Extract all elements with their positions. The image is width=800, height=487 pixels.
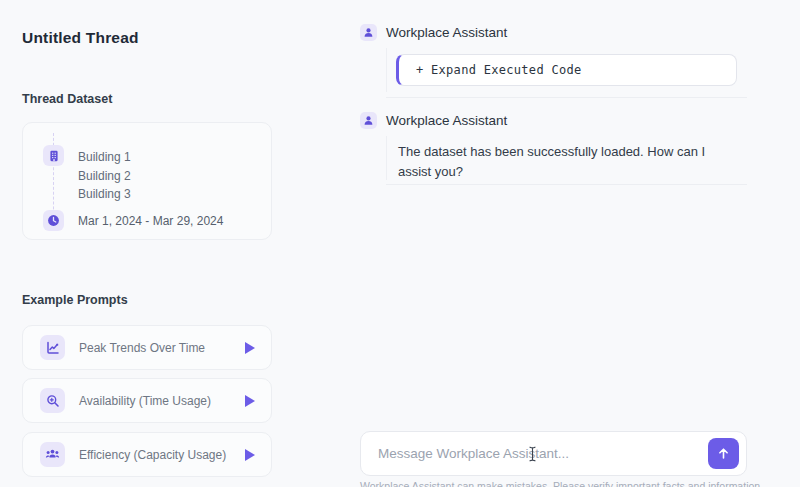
prompts-section-heading: Example Prompts bbox=[22, 293, 128, 307]
prompt-peak-trends[interactable]: Peak Trends Over Time bbox=[22, 325, 272, 370]
dataset-building-2: Building 2 bbox=[78, 169, 131, 183]
message-divider bbox=[386, 97, 747, 98]
dataset-building-3: Building 3 bbox=[78, 187, 131, 201]
message-divider bbox=[386, 184, 747, 185]
assistant-name: Workplace Assistant bbox=[386, 25, 507, 40]
play-icon[interactable] bbox=[245, 342, 255, 354]
prompt-availability[interactable]: Availability (Time Usage) bbox=[22, 378, 272, 423]
prompt-label: Efficiency (Capacity Usage) bbox=[79, 448, 245, 462]
people-icon bbox=[40, 442, 65, 467]
workplace-assistant-app: Untitled Thread Thread Dataset Building … bbox=[0, 0, 800, 487]
prompt-label: Peak Trends Over Time bbox=[79, 341, 245, 355]
disclaimer-text: Workplace Assistant can make mistakes. P… bbox=[360, 480, 747, 487]
dataset-date-range: Mar 1, 2024 - Mar 29, 2024 bbox=[78, 214, 223, 228]
play-icon[interactable] bbox=[245, 449, 255, 461]
person-icon bbox=[360, 112, 377, 129]
message-composer bbox=[360, 431, 747, 476]
send-button[interactable] bbox=[708, 438, 739, 469]
thread-dataset-card: Building 1 Building 2 Building 3 Mar 1, … bbox=[22, 122, 272, 240]
message-input[interactable] bbox=[378, 446, 708, 461]
message-text: The dataset has been successfully loaded… bbox=[398, 142, 737, 182]
message-body: The dataset has been successfully loaded… bbox=[386, 136, 747, 180]
person-icon bbox=[360, 24, 377, 41]
clock-icon bbox=[43, 210, 64, 231]
play-icon[interactable] bbox=[245, 395, 255, 407]
prompt-label: Availability (Time Usage) bbox=[79, 394, 245, 408]
thread-title: Untitled Thread bbox=[22, 29, 139, 47]
line-chart-icon bbox=[40, 335, 65, 360]
dataset-section-heading: Thread Dataset bbox=[22, 92, 112, 106]
building-icon bbox=[43, 145, 64, 166]
arrow-up-icon bbox=[717, 447, 730, 460]
assistant-name: Workplace Assistant bbox=[386, 113, 507, 128]
expand-executed-code-button[interactable]: + Expand Executed Code bbox=[396, 54, 737, 86]
zoom-in-icon bbox=[40, 388, 65, 413]
dataset-building-1: Building 1 bbox=[78, 150, 131, 164]
prompt-efficiency[interactable]: Efficiency (Capacity Usage) bbox=[22, 432, 272, 477]
